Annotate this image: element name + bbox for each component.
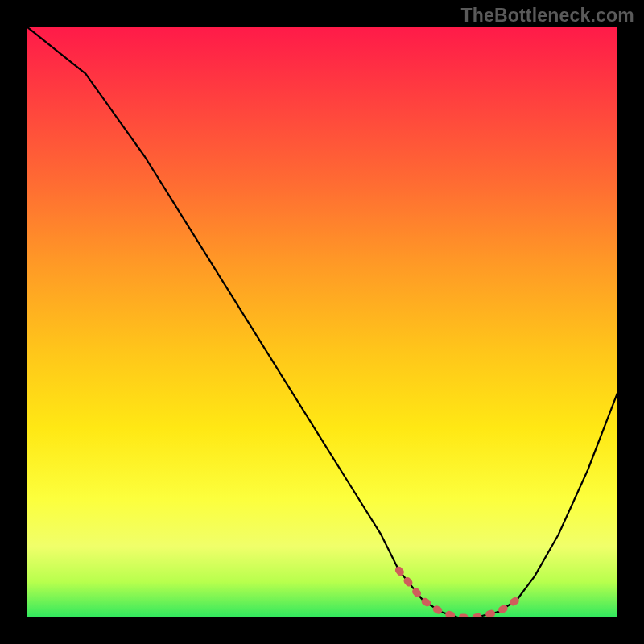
bottleneck-curve-line — [27, 27, 617, 617]
curve-layer — [27, 27, 617, 617]
plot-area — [27, 27, 617, 617]
watermark-text: TheBottleneck.com — [460, 5, 634, 27]
chart-frame: TheBottleneck.com — [0, 0, 644, 644]
optimal-range-highlight — [398, 570, 517, 617]
